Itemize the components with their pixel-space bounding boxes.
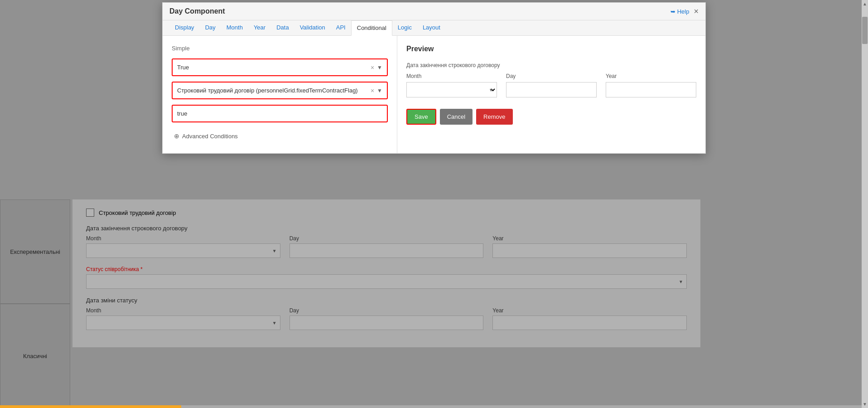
condition-value-1: True (177, 62, 371, 73)
advanced-label: Advanced Conditions (182, 133, 238, 140)
condition-field-2: Строковий трудовий договір (personnelGri… (172, 82, 388, 99)
preview-field-label: Дата закінчення строкового договору (406, 62, 696, 68)
preview-year-field: Year (606, 73, 696, 97)
condition-field-3-inner: true (173, 106, 387, 121)
condition-clear-1[interactable]: × (371, 64, 374, 71)
preview-year-label: Year (606, 73, 696, 79)
action-buttons: Save Cancel Remove (406, 109, 696, 125)
preview-month-select-wrapper (406, 82, 497, 97)
condition-value-2: Строковий трудовий договір (personnelGri… (177, 85, 371, 96)
advanced-conditions[interactable]: ⊕ Advanced Conditions (172, 128, 388, 144)
modal-header: Day Component ➥ Help × (163, 3, 705, 20)
bottom-bar-track (181, 405, 868, 408)
preview-day-label: Day (506, 73, 597, 79)
preview-month-label: Month (406, 73, 497, 79)
bottom-bar-progress (0, 405, 181, 408)
modal-dialog: Day Component ➥ Help × Display Day Month… (162, 2, 706, 154)
save-button[interactable]: Save (406, 109, 436, 125)
cancel-button[interactable]: Cancel (440, 109, 473, 125)
scroll-up-arrow[interactable]: ▲ (861, 0, 868, 8)
condition-dropdown-1[interactable]: ▼ (377, 64, 382, 71)
left-panel: Simple True × ▼ Строковий трудовий догов… (163, 36, 397, 153)
modal-tabs: Display Day Month Year Data Validation A… (163, 20, 705, 36)
preview-month-select[interactable] (406, 82, 497, 97)
tab-validation[interactable]: Validation (294, 20, 331, 35)
preview-day-input[interactable] (506, 82, 597, 97)
tab-api[interactable]: API (331, 20, 351, 35)
simple-label: Simple (172, 45, 388, 52)
help-link[interactable]: ➥ Help (670, 8, 690, 15)
modal-close-button[interactable]: × (694, 7, 699, 15)
help-label: Help (677, 8, 690, 15)
condition-clear-2[interactable]: × (371, 87, 374, 94)
scrollbar-right[interactable]: ▲ ▼ (862, 0, 868, 408)
modal-body: Simple True × ▼ Строковий трудовий догов… (163, 36, 705, 153)
tab-month[interactable]: Month (221, 20, 248, 35)
right-panel: Preview Дата закінчення строкового догов… (397, 36, 705, 153)
remove-button[interactable]: Remove (476, 109, 512, 125)
preview-year-input[interactable] (606, 82, 696, 97)
condition-field-1-inner: True × ▼ (173, 59, 387, 75)
preview-month-field: Month (406, 73, 497, 97)
preview-title: Preview (406, 45, 696, 53)
tab-year[interactable]: Year (248, 20, 271, 35)
condition-dropdown-2[interactable]: ▼ (377, 87, 382, 94)
modal-overlay: Day Component ➥ Help × Display Day Month… (0, 0, 868, 408)
tab-display[interactable]: Display (169, 20, 200, 35)
tab-data[interactable]: Data (271, 20, 294, 35)
modal-title: Day Component (169, 7, 225, 15)
condition-value-3: true (177, 108, 382, 119)
tab-conditional[interactable]: Conditional (351, 20, 392, 36)
help-icon: ➥ (670, 8, 675, 15)
scroll-down-arrow[interactable]: ▼ (861, 400, 868, 408)
bottom-bar (0, 405, 868, 408)
scrollbar-thumb[interactable] (862, 17, 868, 44)
condition-field-3: true (172, 105, 388, 122)
preview-date-group: Month Day Year (406, 73, 696, 97)
tab-layout[interactable]: Layout (417, 20, 446, 35)
condition-field-1: True × ▼ (172, 58, 388, 76)
condition-field-2-inner: Строковий трудовий договір (personnelGri… (173, 83, 387, 98)
tab-day[interactable]: Day (200, 20, 221, 35)
preview-day-field: Day (506, 73, 597, 97)
plus-icon: ⊕ (174, 132, 179, 140)
modal-header-right: ➥ Help × (670, 7, 699, 15)
tab-logic[interactable]: Logic (392, 20, 417, 35)
